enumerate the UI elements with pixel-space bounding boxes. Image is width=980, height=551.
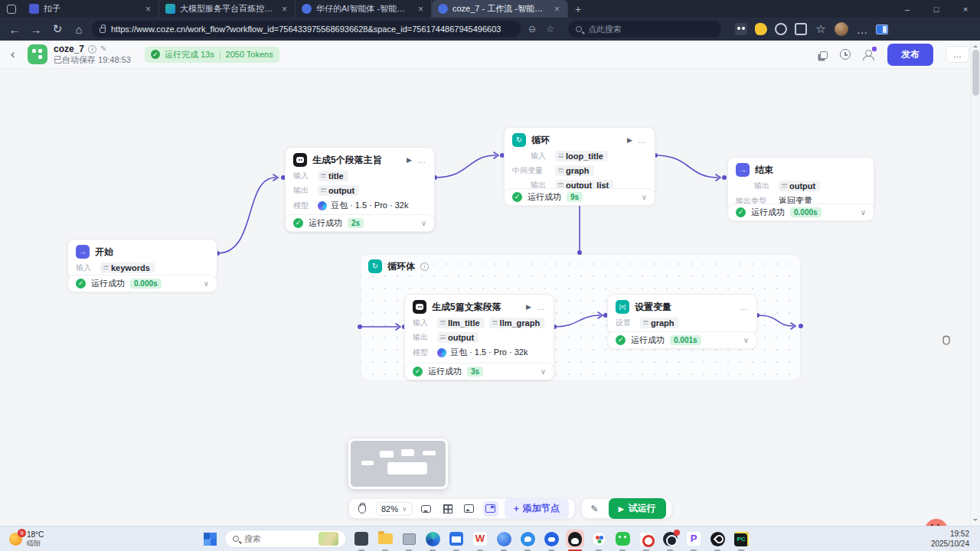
extension-music-icon[interactable] — [795, 23, 807, 35]
tab-close-icon[interactable]: × — [144, 4, 152, 15]
taskbar-clock[interactable]: 19:52 2025/10/24 — [931, 529, 980, 549]
quick-search-box[interactable]: 点此搜索 — [568, 21, 721, 37]
node-start-status[interactable]: ✓ 运行成功 0.000s ∨ — [67, 275, 217, 292]
scroll-up-arrow[interactable] — [973, 43, 978, 47]
chevron-down-icon[interactable]: ∨ — [421, 219, 426, 227]
export-image-button[interactable] — [462, 501, 477, 517]
success-icon: ✓ — [616, 335, 626, 345]
edit-icon[interactable]: ✎ — [100, 44, 106, 54]
taskbar-app-store[interactable] — [447, 530, 466, 548]
extension-duck-icon[interactable] — [755, 23, 767, 35]
forward-button[interactable]: → — [28, 23, 44, 36]
hand-tool-button[interactable] — [354, 501, 370, 517]
chevron-down-icon[interactable]: ∨ — [861, 208, 866, 217]
start-button[interactable] — [201, 530, 219, 548]
collapse-chevron-icon[interactable]: ‹ — [11, 47, 21, 61]
tab-close-icon[interactable]: × — [280, 4, 289, 15]
bookmark-star-icon[interactable]: ☆ — [544, 24, 557, 34]
history-icon[interactable] — [840, 49, 851, 60]
favorites-icon[interactable]: ☆ — [815, 22, 827, 36]
page-scrollbar[interactable] — [970, 41, 980, 526]
window-restore-button[interactable]: □ — [922, 0, 951, 18]
comment-tool-button[interactable] — [419, 501, 434, 517]
scroll-down-arrow[interactable] — [973, 519, 978, 523]
run-node-icon[interactable]: ▶ — [627, 136, 632, 144]
node-more-icon[interactable]: … — [740, 302, 749, 311]
taskbar-app-devicetool[interactable] — [400, 530, 418, 548]
window-close-button[interactable]: × — [951, 0, 980, 18]
workflow-title: coze_7 — [54, 44, 84, 55]
taskbar-search[interactable]: 搜索 — [224, 530, 347, 548]
node-more-icon[interactable]: … — [417, 155, 426, 165]
taskbar-app-clouddisk[interactable] — [542, 530, 560, 548]
taskbar-app-maps[interactable] — [708, 530, 727, 548]
add-node-button[interactable]: + 添加节点 — [505, 498, 569, 519]
profile-avatar[interactable] — [835, 22, 848, 36]
address-bar[interactable]: https://www.coze.cn/work_flow?workflow_i… — [92, 21, 521, 37]
extension-ghost-icon[interactable] — [775, 23, 787, 35]
taskbar-app-taskview[interactable] — [352, 530, 371, 548]
taskbar-app-wps[interactable]: W — [471, 530, 489, 548]
taskbar-app-appcenter[interactable] — [590, 530, 608, 548]
zoom-level-dropdown[interactable]: 82% ∨ — [376, 502, 413, 516]
node-llm-outline-status[interactable]: ✓ 运行成功 2s ∨ — [285, 214, 435, 232]
badge-divider: | — [219, 50, 221, 59]
taskbar-app-qq-active[interactable] — [566, 530, 584, 548]
publish-button[interactable]: 发布 — [887, 44, 933, 66]
header-more-button[interactable]: … — [946, 46, 969, 63]
collaboration-icon[interactable] — [863, 49, 875, 60]
taskbar-app-wechat[interactable] — [613, 530, 632, 548]
test-run-button[interactable]: ▶ 试运行 — [609, 498, 666, 519]
taskbar-app-edge[interactable] — [423, 530, 442, 548]
node-loop-status[interactable]: ✓ 运行成功 9s ∨ — [504, 188, 655, 206]
chevron-down-icon[interactable]: ∨ — [204, 279, 209, 288]
duration-badge: 0.000s — [790, 207, 822, 217]
node-set-variable-status[interactable]: ✓ 运行成功 0.001s ∨ — [607, 331, 757, 349]
tab-list-button[interactable] — [0, 0, 23, 18]
chevron-down-icon[interactable]: ∨ — [642, 193, 647, 201]
extension-icon[interactable] — [735, 23, 747, 35]
browser-menu-icon[interactable]: … — [856, 23, 868, 36]
tab-close-icon[interactable]: × — [416, 4, 425, 15]
taskbar-app-explorer[interactable] — [376, 530, 394, 548]
weather-widget[interactable]: 9 18°C 晴朗 — [0, 530, 53, 547]
reload-button[interactable]: ↻ — [49, 22, 66, 36]
taskbar-app-browser2[interactable] — [518, 530, 537, 548]
taskbar-app-quark[interactable] — [495, 530, 513, 548]
tab-close-icon[interactable]: × — [553, 4, 561, 15]
window-minimize-button[interactable]: – — [893, 0, 922, 18]
chevron-down-icon[interactable]: ∨ — [743, 336, 749, 344]
home-button[interactable]: ⌂ — [70, 23, 87, 36]
variable-chip: output — [318, 185, 359, 196]
tab-agent[interactable]: 华仔的AI智能体 -智能体 - 扣子 × — [296, 0, 432, 18]
taskbar-app-oracle[interactable] — [637, 530, 655, 548]
node-set-variable[interactable]: [x] 设置变量 … 设置 graph — [607, 294, 757, 334]
run-result-badge[interactable]: ✓ 运行完成 13s | 2050 Tokens — [145, 47, 279, 63]
auto-layout-button[interactable] — [440, 501, 456, 517]
minimap-toggle-button[interactable] — [483, 501, 498, 517]
taskbar-app-pycharm[interactable]: PC — [732, 530, 750, 548]
info-icon[interactable]: i — [88, 45, 96, 54]
taskbar-app-obs[interactable] — [661, 530, 679, 548]
run-node-icon[interactable]: ▶ — [407, 156, 412, 164]
edit-tool-button[interactable]: ✎ — [587, 501, 603, 517]
minimap[interactable] — [348, 439, 448, 489]
node-more-icon[interactable]: … — [638, 135, 647, 145]
tab-kouzi[interactable]: 扣子 × — [23, 0, 159, 18]
chevron-down-icon[interactable]: ∨ — [541, 367, 546, 376]
node-more-icon[interactable]: … — [537, 302, 546, 311]
node-loop[interactable]: ↻ 循环 ▶ … 输入 loop_title 中间变量 graph 输出 out… — [504, 127, 655, 197]
new-tab-button[interactable]: + — [568, 3, 588, 15]
node-llm-paragraphs-status[interactable]: ✓ 运行成功 3s ∨ — [404, 363, 554, 380]
tab-coze7-active[interactable]: coze_7 - 工作流 -智能体平台 × — [432, 0, 568, 18]
scrollbar-thumb[interactable] — [972, 50, 979, 96]
zoom-out-icon[interactable]: ⊖ — [525, 24, 539, 34]
run-node-icon[interactable]: ▶ — [526, 303, 531, 311]
duplicate-icon[interactable] — [820, 51, 828, 59]
node-start[interactable]: → 开始 输入 keywords — [67, 239, 217, 279]
sidebar-panel-icon[interactable] — [876, 24, 888, 34]
tab-bailian[interactable]: 大模型服务平台百炼控制台 × — [159, 0, 296, 18]
node-end-status[interactable]: ✓ 运行成功 0.000s ∨ — [727, 204, 874, 221]
taskbar-app-pp[interactable]: P — [684, 530, 703, 548]
back-button[interactable]: ← — [6, 23, 23, 36]
